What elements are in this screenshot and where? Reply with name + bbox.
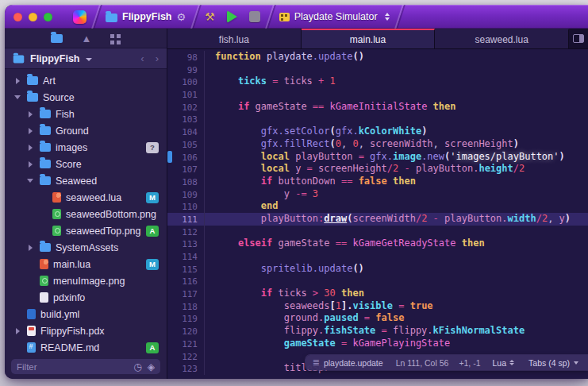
tree-item-seaweed-lua[interactable]: seaweed.luaM (5, 189, 167, 206)
code-line-107[interactable]: 107 local y = screenHeight/2 - playButto… (167, 163, 588, 176)
code-line-99[interactable]: 99 (167, 64, 588, 76)
code-line-116[interactable]: 116 (167, 275, 588, 288)
nav-forward-button[interactable]: › (156, 52, 159, 64)
tab-fish-lua[interactable]: fish.lua (167, 29, 302, 48)
tree-item-score[interactable]: Score (5, 156, 167, 172)
chevron-right-icon[interactable] (13, 78, 22, 84)
code-line-111[interactable]: 111 playButton:draw(screenWidth/2 - play… (167, 213, 588, 226)
tree-item-ground[interactable]: Ground (5, 122, 167, 139)
code-line-109[interactable]: 109 y -= 3 (167, 188, 588, 201)
code-line-117[interactable]: 117 if ticks > 30 then (167, 288, 588, 300)
code-line-112[interactable]: 112 (167, 226, 588, 238)
code-line-121[interactable]: 121 gameState = kGamePlayingState (167, 338, 588, 350)
code-text: ticks = ticks + 1 (204, 75, 336, 88)
line-number: 118 (172, 300, 198, 313)
tree-item-seaweed[interactable]: Seaweed (5, 172, 167, 189)
tab-main-lua[interactable]: main.lua (302, 29, 436, 48)
tree-item-art[interactable]: Art (5, 72, 167, 89)
filter-input[interactable]: Filter ◷ ◈ (11, 359, 160, 374)
titlebar-divider (265, 5, 275, 29)
build-hammer-icon[interactable]: ⚒ (205, 10, 215, 23)
run-target-selector[interactable]: Playdate Simulator (279, 11, 390, 22)
code-line-104[interactable]: 104 gfx.setColor(gfx.kColorWhite) (167, 125, 588, 138)
cursor-position[interactable]: Ln 111, Col 56 (396, 358, 449, 368)
tree-item-fish[interactable]: Fish (5, 106, 167, 122)
code-line-98[interactable]: 98function playdate.update() (167, 51, 588, 64)
tree-item-label: Score (56, 159, 82, 170)
chevron-right-icon[interactable] (25, 111, 35, 118)
recent-clock-icon[interactable]: ◷ (133, 361, 141, 372)
code-line-120[interactable]: 120 flippy.fishState = flippy.kFishNorma… (167, 325, 588, 338)
chevron-right-icon[interactable] (25, 145, 35, 151)
code-text: end (204, 200, 278, 213)
minimize-window-button[interactable] (29, 13, 37, 21)
tree-item-seaweedbottom-png[interactable]: seaweedBottom.png (5, 206, 167, 222)
extensions-icon[interactable] (110, 34, 114, 38)
tree-item-images[interactable]: images? (5, 139, 167, 156)
split-editor-button[interactable] (569, 29, 588, 48)
code-line-119[interactable]: 119 ground.paused = false (167, 312, 588, 325)
filter-options-icon[interactable]: ◈ (148, 361, 155, 372)
code-line-103[interactable]: 103 (167, 113, 588, 125)
zoom-window-button[interactable] (44, 13, 52, 21)
current-symbol[interactable]: playdate.update (324, 358, 383, 368)
code-line-110[interactable]: 110 end (167, 200, 588, 213)
line-number: 119 (172, 312, 198, 325)
code-line-108[interactable]: 108 if buttonDown == false then (167, 176, 588, 188)
tree-item-label: menuImage.png (53, 276, 125, 287)
chevron-right-icon[interactable] (25, 128, 35, 134)
tree-item-pdxinfo[interactable]: pdxinfo (5, 289, 167, 306)
tree-item-seaweedtop-png[interactable]: seaweedTop.pngA (5, 222, 167, 239)
tab-seaweed-lua[interactable]: seaweed.lua (435, 29, 569, 48)
code-line-118[interactable]: 118 seaweeds[1].visible = true (167, 300, 588, 313)
code-line-106[interactable]: 106 local playButton = gfx.image.new('im… (167, 151, 588, 164)
code-area[interactable]: 98function playdate.update()99100 ticks … (167, 49, 588, 379)
code-line-100[interactable]: 100 ticks = ticks + 1 (167, 75, 588, 88)
code-line-114[interactable]: 114 (167, 250, 588, 263)
tree-item-label: build.yml (40, 309, 79, 320)
tree-item-label: SystemAssets (56, 242, 118, 253)
chevron-down-icon[interactable] (25, 179, 35, 183)
tree-item-menuimage-png[interactable]: menuImage.png (5, 272, 167, 289)
run-target-label: Playdate Simulator (294, 11, 378, 22)
code-line-102[interactable]: 102 if gameState == kGameInitialState th… (167, 101, 588, 114)
project-title: FlippyFish (122, 11, 172, 22)
line-number: 107 (172, 163, 198, 176)
stop-icon[interactable] (249, 11, 260, 22)
files-icon[interactable] (51, 34, 63, 43)
line-number: 104 (172, 125, 198, 138)
tree-item-readme-md[interactable]: README.mdA (5, 339, 167, 356)
code-line-115[interactable]: 115 spritelib.update() (167, 263, 588, 276)
gear-icon[interactable]: ⚙ (177, 11, 186, 23)
traffic-lights (13, 13, 52, 21)
diff-count: +1, -1 (459, 358, 480, 368)
tree-item-build-yml[interactable]: build.yml (5, 306, 167, 322)
tree-item-systemassets[interactable]: SystemAssets (5, 239, 167, 256)
run-play-icon[interactable] (227, 10, 237, 23)
chevron-right-icon[interactable] (25, 245, 35, 251)
tree-item-source[interactable]: Source (5, 89, 167, 106)
tree-item-main-lua[interactable]: main.luaM (5, 256, 167, 272)
code-text: function playdate.update() (204, 51, 364, 64)
chevron-down-icon[interactable] (13, 95, 22, 99)
tree-item-label: pdxinfo (53, 292, 85, 303)
chevron-right-icon[interactable] (25, 161, 35, 168)
tree-item-flippyfish-pdx[interactable]: FlippyFish.pdx (5, 322, 167, 339)
code-line-105[interactable]: 105 gfx.fillRect(0, 0, screenWidth, scre… (167, 138, 588, 151)
language-selector[interactable]: Lua (493, 358, 507, 368)
lua-file-icon (52, 192, 61, 203)
code-text: elseif gameState == kGameGetReadyState t… (204, 237, 485, 250)
tree-item-label: Seaweed (56, 176, 97, 187)
app-window: FlippyFish ⚙ ⚒ Playdate Simulator ▲︎ (5, 5, 588, 379)
indentation-selector[interactable]: Tabs (4 sp) (528, 358, 570, 368)
project-segment[interactable]: FlippyFish ⚙ (106, 11, 186, 23)
project-row[interactable]: FlippyFish ‹ › (5, 48, 167, 69)
nav-back-button[interactable]: ‹ (140, 52, 144, 64)
code-line-101[interactable]: 101 (167, 88, 588, 101)
code-line-113[interactable]: 113 elseif gameState == kGameGetReadySta… (167, 237, 588, 250)
line-number: 105 (172, 138, 198, 151)
close-window-button[interactable] (13, 13, 22, 21)
chevron-right-icon[interactable] (13, 328, 22, 334)
issues-icon[interactable]: ▲︎ (82, 33, 92, 44)
code-text (204, 88, 215, 101)
